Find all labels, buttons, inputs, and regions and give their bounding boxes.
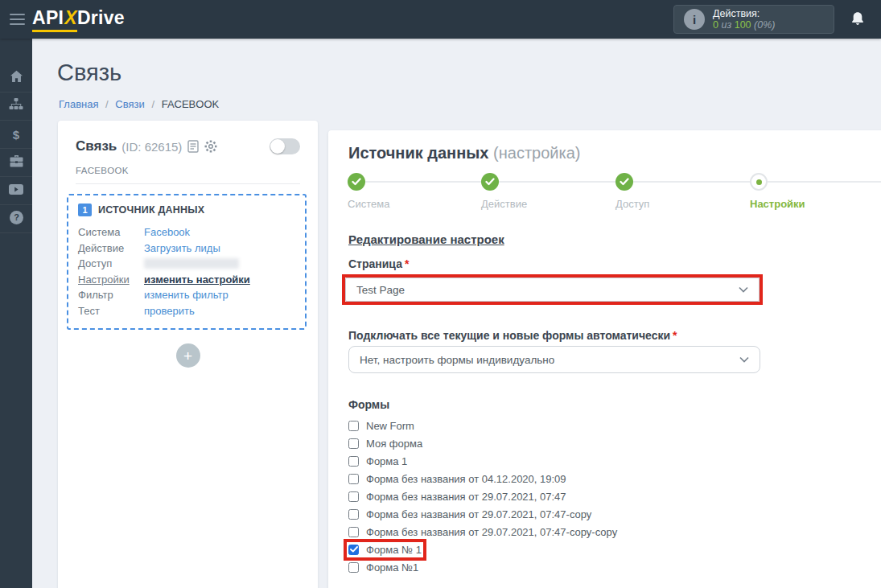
checked-checkbox-icon — [348, 545, 359, 555]
logo-drive: Drive — [77, 7, 125, 29]
form-checkbox-untitled-copy-copy[interactable]: Форма без названия от 29.07.2021, 07:47-… — [348, 526, 617, 538]
connection-card: Связь (ID: 62615) FACEBOOK 1 ИСТОЧНИК ДА… — [58, 121, 318, 588]
row-access: Доступ — [78, 256, 295, 272]
youtube-icon — [9, 183, 23, 198]
checkbox-icon — [348, 509, 359, 520]
sidebar-item-services[interactable] — [0, 149, 32, 177]
step-action[interactable]: Действие — [481, 173, 586, 210]
check-icon — [348, 173, 365, 191]
gear-icon[interactable] — [204, 140, 217, 153]
form-row: Форма №1 — [348, 558, 617, 576]
checkbox-icon — [348, 421, 359, 431]
breadcrumb-separator: / — [151, 98, 154, 110]
system-value-link[interactable]: Facebook — [144, 224, 190, 241]
current-step-icon — [750, 173, 768, 191]
document-icon[interactable] — [187, 140, 199, 153]
form-checkbox-new-form[interactable]: New Form — [348, 420, 414, 432]
check-icon — [481, 173, 499, 191]
plus-icon: + — [183, 348, 192, 364]
form-checkbox-untitled-2020[interactable]: Форма без названия от 04.12.2020, 19:09 — [348, 473, 566, 485]
sidebar-item-connections[interactable] — [0, 93, 32, 121]
edit-settings-heading[interactable]: Редактирование настроек — [348, 232, 504, 246]
auto-connect-select-value: Нет, настроить формы индивидуально — [360, 354, 554, 366]
sidebar-item-home[interactable] — [0, 64, 32, 93]
step-system[interactable]: Система — [348, 173, 452, 210]
breadcrumb-home[interactable]: Главная — [59, 98, 98, 110]
edit-settings-link[interactable]: изменить настройки — [144, 272, 250, 288]
checkbox-icon — [348, 527, 359, 537]
actions-usage: 0 из 100 (0%) — [713, 19, 775, 31]
forms-list: New Form Моя форма Форма 1 Форма без наз… — [348, 417, 617, 576]
breadcrumb-current: FACEBOOK — [162, 98, 220, 110]
action-value-link[interactable]: Загрузить лиды — [144, 241, 220, 257]
data-source-block-header: 1 ИСТОЧНИК ДАННЫХ — [78, 204, 295, 216]
test-link[interactable]: проверить — [144, 303, 195, 319]
settings-panel: Источник данных (настройка) Система Дейс… — [328, 130, 881, 588]
topbar: APIXDrive i Действия: 0 из 100 (0%) — [0, 0, 881, 39]
notification-bell-icon[interactable] — [849, 10, 867, 31]
breadcrumb: Главная / Связи / FACEBOOK — [59, 98, 219, 110]
dollar-icon: $ — [13, 128, 19, 142]
data-source-rows: Система Facebook Действие Загрузить лиды… — [78, 224, 295, 319]
menu-icon[interactable] — [10, 10, 26, 28]
sidebar-item-youtube[interactable] — [0, 177, 32, 205]
data-source-block[interactable]: 1 ИСТОЧНИК ДАННЫХ Система Facebook Дейст… — [67, 194, 307, 330]
form-checkbox-untitled-2021[interactable]: Форма без названия от 29.07.2021, 07:47 — [348, 491, 566, 503]
form-row: Форма без названия от 29.07.2021, 07:47-… — [348, 523, 617, 541]
actions-counter[interactable]: i Действия: 0 из 100 (0%) — [673, 5, 834, 34]
edit-filter-link[interactable]: изменить фильтр — [144, 287, 228, 303]
page-select-value: Test Page — [356, 284, 405, 296]
form-row: Форма 1 — [348, 452, 617, 470]
connections-icon — [9, 98, 23, 114]
chevron-down-icon — [739, 356, 749, 363]
page-field-label: Страница* — [348, 257, 409, 270]
step-number-badge: 1 — [78, 204, 92, 216]
help-icon: ? — [10, 211, 23, 228]
svg-text:?: ? — [14, 212, 19, 222]
apixdrive-logo[interactable]: APIXDrive — [32, 7, 125, 32]
row-filter: Фильтр изменить фильтр — [78, 287, 295, 303]
breadcrumb-connections[interactable]: Связи — [115, 98, 144, 110]
form-row: New Form — [348, 417, 617, 434]
page-select[interactable]: Test Page — [345, 278, 760, 302]
connection-title: Связь — [76, 138, 117, 154]
step-access[interactable]: Доступ — [615, 173, 720, 210]
checkbox-icon — [348, 438, 359, 449]
toggle-knob — [270, 139, 285, 154]
form-row: Форма без названия от 04.12.2020, 19:09 — [348, 470, 617, 487]
row-settings: Настройки изменить настройки — [78, 272, 295, 288]
form-checkbox-untitled-copy[interactable]: Форма без названия от 29.07.2021, 07:47-… — [348, 508, 591, 520]
form-checkbox-forma-1[interactable]: Форма 1 — [348, 455, 407, 467]
breadcrumb-separator: / — [105, 98, 109, 110]
checkbox-icon — [348, 562, 359, 573]
access-value-redacted — [144, 258, 239, 269]
actions-label: Действия: — [713, 8, 775, 19]
chevron-down-icon — [739, 286, 748, 293]
connection-toggle[interactable] — [270, 138, 300, 154]
form-checkbox-forma-no1-checked[interactable]: Форма № 1 — [348, 544, 422, 556]
panel-title: Источник данных (настройка) — [348, 144, 580, 162]
form-row: Форма № 1 — [348, 541, 617, 558]
form-row: Форма без названия от 29.07.2021, 07:47-… — [348, 505, 617, 523]
auto-connect-select[interactable]: Нет, настроить формы индивидуально — [348, 346, 760, 373]
panel-title-suffix: (настройка) — [493, 144, 580, 162]
step-settings[interactable]: Настройки — [750, 173, 854, 210]
forms-list-label: Формы — [348, 398, 389, 411]
form-row: Моя форма — [348, 434, 617, 452]
required-mark: * — [405, 257, 409, 270]
data-source-block-title: ИСТОЧНИК ДАННЫХ — [98, 204, 204, 216]
briefcase-icon — [10, 155, 23, 171]
form-checkbox-forma-no1[interactable]: Форма №1 — [348, 561, 418, 574]
checkbox-icon — [348, 456, 359, 467]
row-action: Действие Загрузить лиды — [78, 241, 295, 257]
home-icon — [10, 70, 23, 86]
sidebar-item-billing[interactable]: $ — [0, 121, 32, 149]
connection-system-name: FACEBOOK — [76, 166, 300, 184]
form-checkbox-moya-forma[interactable]: Моя форма — [348, 438, 422, 450]
checkbox-icon — [348, 474, 359, 484]
check-icon — [615, 173, 633, 191]
sidebar-item-help[interactable]: ? — [0, 205, 32, 233]
add-step-button[interactable]: + — [176, 343, 200, 368]
logo-apix: APIX — [32, 7, 77, 32]
required-mark: * — [673, 329, 677, 342]
